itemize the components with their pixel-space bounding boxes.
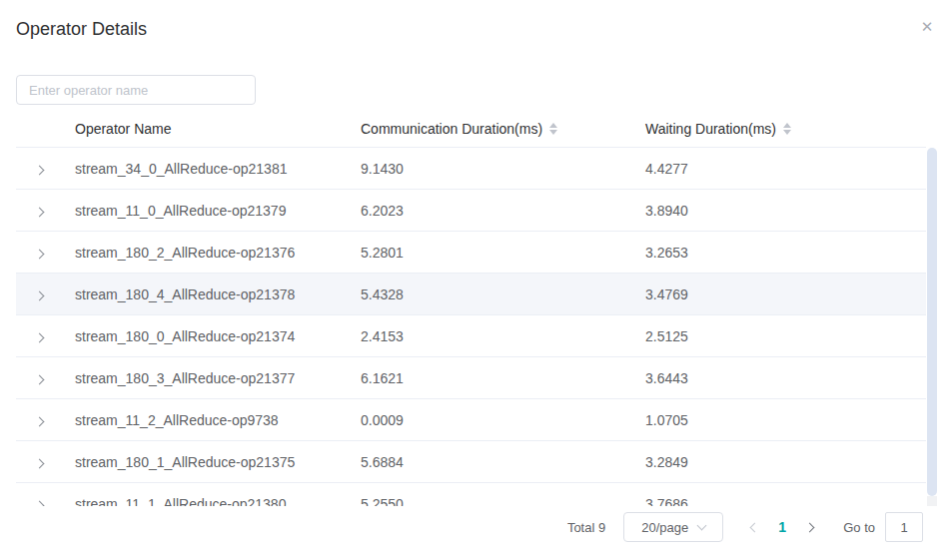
goto-label: Go to	[843, 520, 875, 535]
operator-name-cell: stream_180_2_AllReduce-op21376	[75, 245, 361, 261]
sort-desc-icon[interactable]	[783, 130, 791, 135]
communication-duration-cell: 6.2023	[361, 203, 645, 219]
table-row[interactable]: stream_11_0_AllReduce-op21379 6.2023 3.8…	[16, 190, 926, 232]
waiting-duration-cell: 4.4277	[645, 161, 926, 177]
communication-duration-cell: 9.1430	[361, 161, 645, 177]
waiting-duration-cell: 3.2849	[645, 454, 926, 470]
expand-row-icon[interactable]	[35, 458, 45, 468]
page-title: Operator Details	[16, 19, 147, 40]
table-row[interactable]: stream_180_1_AllReduce-op21375 5.6884 3.…	[16, 441, 926, 483]
table-row[interactable]: stream_180_2_AllReduce-op21376 5.2801 3.…	[16, 232, 926, 274]
waiting-duration-cell: 1.0705	[645, 412, 926, 428]
scrollbar-track	[927, 496, 937, 506]
waiting-duration-cell: 3.4769	[645, 286, 926, 302]
pagination-bar: Total 9 20/page 1 Go to	[567, 511, 923, 543]
operator-name-cell: stream_34_0_AllReduce-op21381	[75, 161, 361, 177]
expand-row-icon[interactable]	[35, 165, 45, 175]
column-header-label: Operator Name	[75, 121, 171, 137]
table-header-row: Operator Name Communication Duration(ms)…	[16, 111, 926, 148]
prev-page-button[interactable]	[743, 517, 763, 537]
sort-asc-icon[interactable]	[549, 123, 557, 128]
page-size-value: 20/page	[641, 520, 688, 535]
table-row[interactable]: stream_180_4_AllReduce-op21378 5.4328 3.…	[16, 274, 926, 315]
operator-name-cell: stream_11_0_AllReduce-op21379	[75, 203, 361, 219]
operator-name-cell: stream_180_0_AllReduce-op21374	[75, 328, 361, 344]
expand-row-icon[interactable]	[35, 249, 45, 259]
communication-duration-cell: 5.2801	[361, 245, 645, 261]
waiting-duration-cell: 3.6443	[645, 370, 926, 386]
table-row[interactable]: stream_180_0_AllReduce-op21374 2.4153 2.…	[16, 315, 926, 357]
vertical-scrollbar[interactable]	[927, 148, 937, 506]
waiting-duration-cell: 3.2653	[645, 245, 926, 261]
column-header-label: Waiting Duration(ms)	[645, 121, 776, 137]
page-size-select[interactable]: 20/page	[623, 512, 723, 542]
table-body: stream_34_0_AllReduce-op21381 9.1430 4.4…	[16, 148, 926, 506]
operator-name-cell: stream_11_1_AllReduce-op21380	[75, 496, 361, 507]
operator-name-cell: stream_180_1_AllReduce-op21375	[75, 454, 361, 470]
pager: 1	[743, 517, 821, 537]
next-page-button[interactable]	[801, 517, 821, 537]
column-header-label: Communication Duration(ms)	[361, 121, 542, 137]
sort-icon[interactable]	[783, 123, 791, 135]
scrollbar-thumb[interactable]	[927, 148, 937, 496]
operator-details-dialog: Operator Details ✕ Operator Name Communi…	[0, 0, 951, 560]
expand-row-icon[interactable]	[35, 332, 45, 342]
expand-row-icon[interactable]	[35, 374, 45, 384]
communication-duration-cell: 5.2550	[361, 496, 645, 507]
column-header-communication-duration: Communication Duration(ms)	[361, 121, 645, 137]
operator-name-cell: stream_180_3_AllReduce-op21377	[75, 370, 361, 386]
communication-duration-cell: 0.0009	[361, 412, 645, 428]
total-count-label: Total 9	[567, 520, 605, 535]
expand-row-icon[interactable]	[35, 290, 45, 300]
chevron-right-icon	[805, 522, 815, 532]
expand-row-icon[interactable]	[35, 207, 45, 217]
column-header-operator-name: Operator Name	[75, 121, 361, 137]
waiting-duration-cell: 2.5125	[645, 328, 926, 344]
communication-duration-cell: 2.4153	[361, 328, 645, 344]
table-row[interactable]: stream_11_2_AllReduce-op9738 0.0009 1.07…	[16, 399, 926, 441]
expand-row-icon[interactable]	[35, 416, 45, 426]
operator-name-cell: stream_180_4_AllReduce-op21378	[75, 286, 361, 302]
sort-asc-icon[interactable]	[783, 123, 791, 128]
table-row[interactable]: stream_180_3_AllReduce-op21377 6.1621 3.…	[16, 357, 926, 399]
search-input[interactable]	[16, 75, 256, 105]
communication-duration-cell: 6.1621	[361, 370, 645, 386]
page-number-current[interactable]: 1	[773, 519, 791, 535]
sort-desc-icon[interactable]	[549, 130, 557, 135]
communication-duration-cell: 5.6884	[361, 454, 645, 470]
table-row[interactable]: stream_11_1_AllReduce-op21380 5.2550 3.7…	[16, 483, 926, 506]
operator-name-cell: stream_11_2_AllReduce-op9738	[75, 412, 361, 428]
communication-duration-cell: 5.4328	[361, 286, 645, 302]
column-header-waiting-duration: Waiting Duration(ms)	[645, 121, 926, 137]
waiting-duration-cell: 3.7686	[645, 496, 926, 507]
close-icon[interactable]: ✕	[917, 16, 937, 36]
table-row[interactable]: stream_34_0_AllReduce-op21381 9.1430 4.4…	[16, 148, 926, 190]
expand-row-icon[interactable]	[35, 500, 45, 506]
chevron-down-icon	[697, 521, 707, 531]
chevron-left-icon	[750, 522, 760, 532]
operator-table: Operator Name Communication Duration(ms)…	[16, 111, 937, 506]
sort-icon[interactable]	[549, 123, 557, 135]
waiting-duration-cell: 3.8940	[645, 203, 926, 219]
goto-page-input[interactable]	[885, 512, 923, 542]
